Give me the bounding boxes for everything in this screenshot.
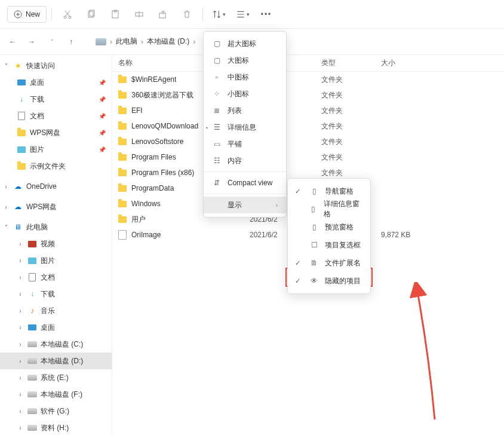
sidebar-this-pc[interactable]: ˅🖥此电脑 <box>0 219 112 235</box>
cloud-icon: ☁ <box>13 182 23 191</box>
sidebar-label: WPS网盘 <box>26 202 57 212</box>
plus-icon <box>14 10 22 19</box>
recent-button[interactable]: ˅ <box>47 39 57 45</box>
pane-icon: ▯ <box>309 223 319 231</box>
navigation-pane: ˅ ★ 快速访问 桌面📌 ↓下载📌 文档📌 WPS网盘📌 图片📌 示例文件夹 ›… <box>0 55 112 435</box>
sidebar-example-folder[interactable]: 示例文件夹 <box>0 158 112 174</box>
sidebar-pictures[interactable]: 图片📌 <box>0 141 112 158</box>
pin-icon: 📌 <box>99 130 106 136</box>
view-medium[interactable]: ▫中图标 <box>204 69 286 85</box>
breadcrumb-drive[interactable]: 本地磁盘 (D:) <box>147 36 189 47</box>
view-details[interactable]: •☰详细信息 <box>204 119 286 136</box>
sidebar-videos[interactable]: ›视频 <box>0 235 112 252</box>
paste-button[interactable] <box>105 5 126 24</box>
file-icon: 🗎 <box>309 259 319 267</box>
sidebar-disk-f[interactable]: ›本地磁盘 (F:) <box>0 386 112 403</box>
content-icon: ☷ <box>212 157 222 165</box>
file-row[interactable]: 360极速浏览器下载3 17:26文件夹 <box>112 87 504 103</box>
sidebar-desktop[interactable]: 桌面📌 <box>0 74 112 91</box>
video-icon <box>28 241 36 247</box>
copy-button[interactable] <box>81 5 102 24</box>
sidebar-quick-access[interactable]: ˅ ★ 快速访问 <box>0 57 112 74</box>
view-content[interactable]: ☷内容 <box>204 152 286 169</box>
drive-icon <box>96 38 106 45</box>
show-hidden[interactable]: ✓👁隐藏的项目 <box>288 272 370 290</box>
sidebar-disk-h[interactable]: ›资料 (H:) <box>0 419 112 435</box>
file-row[interactable]: Program Files2:41文件夹 <box>112 149 504 165</box>
sidebar-label: 桌面 <box>30 78 44 88</box>
view-show[interactable]: 显示› <box>204 197 286 213</box>
show-extensions[interactable]: ✓🗎文件扩展名 <box>288 254 370 272</box>
file-row[interactable]: EFI6 17:18文件夹 <box>112 103 504 118</box>
sidebar-pictures2[interactable]: ›图片 <box>0 252 112 269</box>
show-nav-pane[interactable]: ✓▯导航窗格 <box>288 182 370 200</box>
view-list[interactable]: ≣列表 <box>204 102 286 119</box>
column-size[interactable]: 大小 <box>381 58 441 68</box>
breadcrumb[interactable]: › 此电脑 › 本地磁盘 (D:) › <box>96 36 195 47</box>
view-extra-large[interactable]: ▢超大图标 <box>204 35 286 52</box>
folder-icon <box>17 130 26 136</box>
chevron-right-icon: › <box>110 38 112 46</box>
folder-icon <box>118 154 127 161</box>
sidebar-downloads[interactable]: ↓下载📌 <box>0 91 112 108</box>
file-type: 文件夹 <box>321 152 381 163</box>
sidebar-label: 系统 (E:) <box>41 373 69 383</box>
pictures-icon <box>28 258 36 264</box>
view-large[interactable]: ▢大图标 <box>204 52 286 69</box>
view-tiles[interactable]: ▭平铺 <box>204 136 286 152</box>
file-list-area: 名称 类型 大小 $WinREAgent2:15文件夹360极速浏览器下载3 1… <box>112 55 504 435</box>
pin-icon: 📌 <box>99 146 106 153</box>
sidebar-disk-e[interactable]: ›系统 (E:) <box>0 369 112 386</box>
file-size: 9,872 KB <box>381 231 441 239</box>
view-button[interactable]: ▾ <box>232 5 253 24</box>
separator <box>202 8 203 21</box>
document-icon <box>18 112 25 120</box>
rename-button[interactable] <box>128 5 150 24</box>
sidebar-downloads2[interactable]: ›↓下载 <box>0 286 112 302</box>
file-row[interactable]: LenovoQMDownload6 19:40文件夹 <box>112 118 504 134</box>
pin-icon: 📌 <box>99 113 106 120</box>
sidebar-documents[interactable]: 文档📌 <box>0 108 112 124</box>
back-button[interactable]: ← <box>7 38 18 46</box>
cloud-icon: ☁ <box>13 202 23 212</box>
file-row[interactable]: LenovoSoftstore6 23:31文件夹 <box>112 134 504 149</box>
sidebar-music[interactable]: ›♪音乐 <box>0 302 112 319</box>
delete-button[interactable] <box>176 5 198 24</box>
folder-icon <box>118 201 127 207</box>
forward-button[interactable]: → <box>26 38 37 46</box>
chevron-down-icon: ▾ <box>247 11 250 17</box>
sort-button[interactable]: ▾ <box>208 5 229 24</box>
file-type: 文件夹 <box>321 137 381 147</box>
sidebar-documents2[interactable]: ›文档 <box>0 269 112 286</box>
sidebar-disk-g[interactable]: ›软件 (G:) <box>0 403 112 419</box>
chevron-right-icon: › <box>17 358 24 364</box>
chevron-right-icon: › <box>17 341 24 348</box>
cut-button[interactable] <box>57 5 78 24</box>
grid-icon: ▢ <box>212 39 222 48</box>
share-button[interactable] <box>152 5 174 24</box>
file-row[interactable]: $WinREAgent2:15文件夹 <box>112 72 504 87</box>
menu-label: 大图标 <box>228 56 249 66</box>
chevron-right-icon: › <box>17 425 24 431</box>
show-details-pane[interactable]: ▯详细信息窗格 <box>288 200 370 218</box>
show-checkboxes[interactable]: ☐项目复选框 <box>288 236 370 254</box>
view-compact[interactable]: ⇵Compact view <box>204 174 286 191</box>
sidebar-desktop2[interactable]: ›桌面 <box>0 319 112 336</box>
checkbox-icon: ☐ <box>309 241 319 249</box>
breadcrumb-this-pc[interactable]: 此电脑 <box>116 36 137 47</box>
sidebar-wps-cloud[interactable]: ›☁WPS网盘 <box>0 198 112 215</box>
sidebar-label: 图片 <box>41 256 55 266</box>
folder-icon <box>118 108 127 114</box>
show-preview-pane[interactable]: ▯预览窗格 <box>288 218 370 236</box>
sidebar-onedrive[interactable]: ›☁OneDrive <box>0 178 112 195</box>
up-button[interactable]: ↑ <box>66 38 76 46</box>
column-type[interactable]: 类型 <box>321 58 381 68</box>
desktop-icon <box>28 324 36 330</box>
view-small[interactable]: ⁘小图标 <box>204 85 286 102</box>
sidebar-wps[interactable]: WPS网盘📌 <box>0 124 112 141</box>
new-button[interactable]: New <box>7 6 47 23</box>
sidebar-disk-d[interactable]: ›本地磁盘 (D:) <box>0 353 112 369</box>
more-button[interactable]: ••• <box>256 5 277 24</box>
menu-label: 预览窗格 <box>325 222 354 232</box>
sidebar-disk-c[interactable]: ›本地磁盘 (C:) <box>0 336 112 353</box>
